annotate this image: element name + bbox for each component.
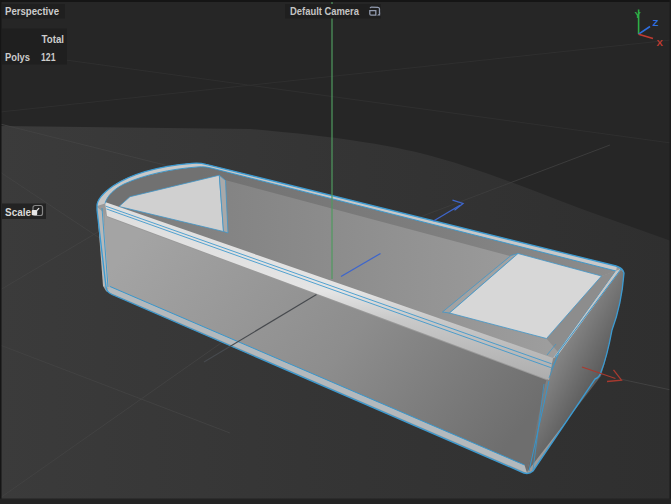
svg-text:Z: Z	[653, 17, 659, 28]
svg-text:121: 121	[41, 51, 56, 63]
svg-text:Y: Y	[635, 9, 642, 20]
svg-text:Total: Total	[42, 33, 65, 45]
svg-text:Polys: Polys	[5, 51, 30, 63]
svg-text:X: X	[657, 37, 664, 48]
svg-text:Default Camera: Default Camera	[290, 5, 359, 17]
svg-text:Scale: Scale	[5, 206, 31, 218]
svg-text:Perspective: Perspective	[5, 5, 59, 17]
